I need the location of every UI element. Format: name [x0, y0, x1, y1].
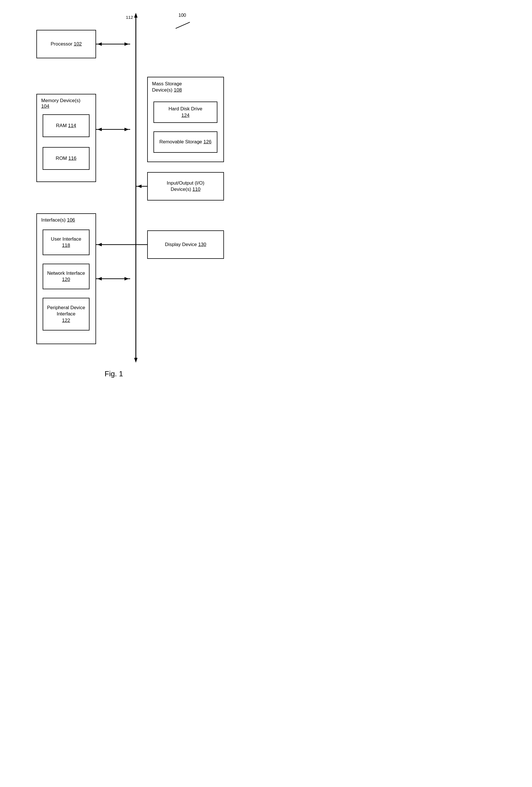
- svg-marker-11: [137, 185, 141, 188]
- interfaces-label: Interface(s) 106: [41, 217, 75, 223]
- svg-marker-8: [97, 128, 102, 131]
- svg-marker-18: [125, 277, 129, 280]
- diagram: 100 112 Processor 102 Memory Device(s)10…: [25, 12, 241, 381]
- mass-storage-label: Mass StorageDevice(s) 108: [152, 81, 182, 93]
- processor-label: Processor 102: [50, 41, 82, 47]
- svg-marker-9: [125, 128, 129, 131]
- display-device-label: Display Device 130: [165, 241, 206, 248]
- svg-marker-6: [125, 42, 129, 46]
- svg-marker-5: [97, 42, 102, 46]
- removable-storage-box: Removable Storage 126: [153, 131, 217, 153]
- svg-marker-17: [97, 277, 102, 280]
- svg-marker-14: [97, 243, 102, 246]
- system-ref-label: 100: [178, 13, 186, 18]
- peripheral-interface-box: Peripheral Device Interface122: [43, 298, 90, 331]
- hdd-label: Hard Disk Drive124: [169, 106, 202, 118]
- peripheral-interface-label: Peripheral Device Interface122: [43, 305, 89, 323]
- rom-label: ROM 116: [56, 155, 76, 162]
- fig-caption: Fig. 1: [105, 369, 123, 378]
- processor-box: Processor 102: [36, 30, 96, 58]
- svg-line-0: [176, 22, 190, 28]
- interfaces-outer-box: Interface(s) 106 User Interface118 Netwo…: [36, 213, 96, 344]
- user-interface-box: User Interface118: [43, 230, 90, 255]
- svg-marker-2: [134, 13, 137, 18]
- removable-storage-label: Removable Storage 126: [159, 139, 212, 145]
- display-device-box: Display Device 130: [147, 230, 224, 259]
- mass-storage-outer-box: Mass StorageDevice(s) 108 Hard Disk Driv…: [147, 77, 224, 162]
- user-interface-label: User Interface118: [51, 236, 81, 249]
- network-interface-box: Network Interface120: [43, 264, 90, 289]
- memory-devices-label: Memory Device(s)104: [41, 98, 81, 109]
- hdd-box: Hard Disk Drive124: [153, 102, 217, 123]
- rom-box: ROM 116: [43, 147, 90, 170]
- bus-ref-label: 112: [126, 15, 133, 20]
- svg-marker-3: [134, 358, 137, 363]
- ram-box: RAM 114: [43, 114, 90, 137]
- ram-label: RAM 114: [56, 123, 76, 129]
- memory-devices-outer-box: Memory Device(s)104 RAM 114 ROM 116: [36, 94, 96, 182]
- network-interface-label: Network Interface120: [47, 270, 85, 283]
- io-devices-box: Input/Output (I/O)Device(s) 110: [147, 172, 224, 200]
- io-devices-label: Input/Output (I/O)Device(s) 110: [167, 180, 204, 193]
